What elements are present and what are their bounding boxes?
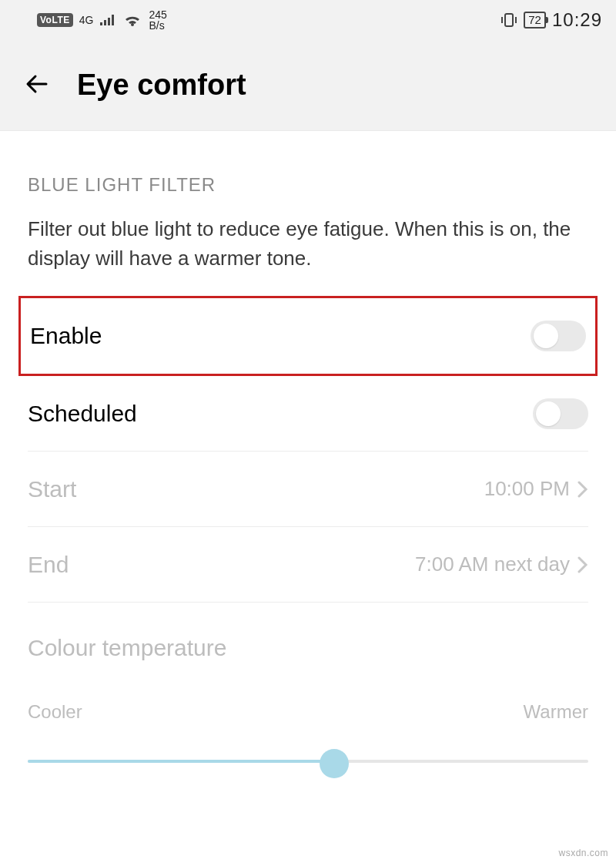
- row-start[interactable]: Start 10:00 PM: [28, 452, 588, 527]
- row-scheduled[interactable]: Scheduled: [28, 376, 588, 452]
- signal-bars-icon: [99, 13, 116, 27]
- slider-fill: [28, 760, 333, 763]
- network-rate: 245 B/s: [149, 9, 166, 31]
- colour-temperature-title: Colour temperature: [28, 635, 588, 661]
- row-label-start: Start: [28, 476, 76, 502]
- label-cooler: Cooler: [28, 701, 82, 723]
- watermark: wsxdn.com: [558, 848, 608, 858]
- row-label-enable: Enable: [30, 323, 102, 349]
- section-description: Filter out blue light to reduce eye fati…: [28, 214, 588, 296]
- row-label-scheduled: Scheduled: [28, 401, 137, 427]
- clock: 10:29: [552, 9, 602, 31]
- signal-4g: 4G: [79, 16, 94, 24]
- status-left: VoLTE 4G 245 B/s: [37, 9, 167, 31]
- toggle-enable[interactable]: [531, 321, 586, 351]
- colour-temperature-section: Colour temperature Cooler Warmer: [28, 603, 588, 777]
- header: Eye comfort: [0, 40, 616, 131]
- highlight-enable: Enable: [18, 296, 598, 376]
- battery-indicator: 72: [524, 12, 546, 29]
- chevron-right-icon: [578, 556, 588, 573]
- row-value-start: 10:00 PM: [484, 477, 588, 501]
- row-end[interactable]: End 7:00 AM next day: [28, 527, 588, 603]
- toggle-scheduled[interactable]: [533, 398, 588, 429]
- chevron-right-icon: [578, 481, 588, 498]
- volte-badge: VoLTE: [37, 13, 73, 27]
- arrow-left-icon: [23, 69, 54, 99]
- svg-rect-0: [505, 14, 513, 26]
- temperature-scale-labels: Cooler Warmer: [28, 701, 588, 723]
- label-warmer: Warmer: [524, 701, 588, 723]
- content: BLUE LIGHT FILTER Filter out blue light …: [0, 131, 616, 777]
- row-enable[interactable]: Enable: [30, 298, 586, 374]
- back-button[interactable]: [23, 69, 54, 102]
- temperature-slider[interactable]: [20, 746, 596, 777]
- row-value-end: 7:00 AM next day: [415, 552, 588, 576]
- vibrate-icon: [500, 12, 517, 29]
- status-bar: VoLTE 4G 245 B/s 72 10:29: [0, 0, 616, 40]
- row-label-end: End: [28, 552, 69, 578]
- wifi-icon: [122, 12, 142, 28]
- section-header: BLUE LIGHT FILTER: [28, 131, 588, 214]
- page-title: Eye comfort: [77, 69, 246, 102]
- status-right: 72 10:29: [500, 9, 602, 31]
- slider-thumb[interactable]: [320, 749, 349, 778]
